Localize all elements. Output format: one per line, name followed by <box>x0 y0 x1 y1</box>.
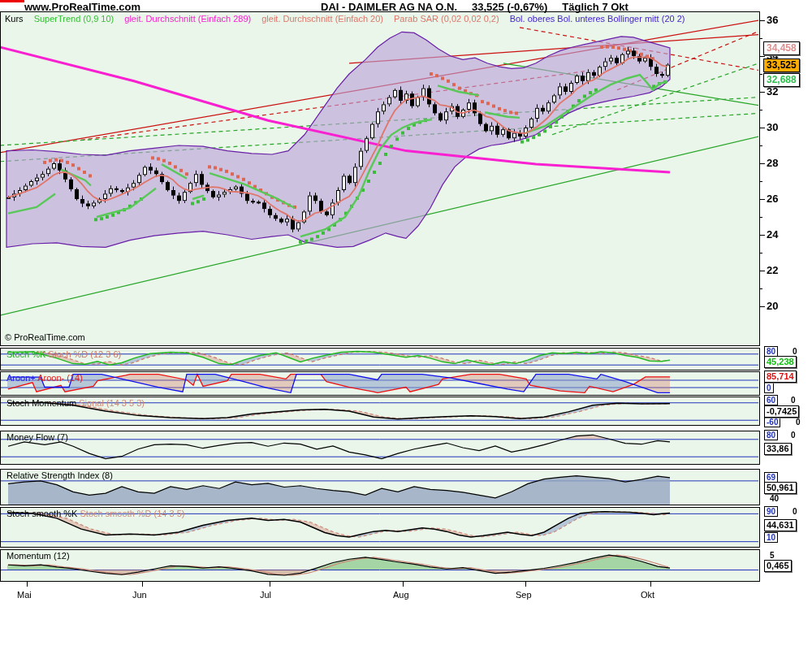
panel-label-stsm[interactable]: Stoch smooth %K Stoch smooth %D (14 3 5) <box>6 509 185 518</box>
smi-plain-label-6: 0 <box>791 396 796 405</box>
stsm-level-label-16: 90 <box>764 506 778 517</box>
mf-plain-label-11: 0 <box>791 431 796 440</box>
month-label-Mai: Mai <box>17 590 32 600</box>
chart-title: DAI - DAIMLER AG NA O.N.33,525 (-0,67%)T… <box>321 1 643 13</box>
price-box-0: 34,458 <box>763 41 800 55</box>
aroon-value-label-3: 85,714 <box>764 370 797 383</box>
price-tick-20: 20 <box>767 300 778 312</box>
panel-label-stsm-part0: Stoch smooth %K <box>6 509 77 518</box>
legend-item-3[interactable]: gleit. Durchschnitt (Einfach 20) <box>261 14 383 24</box>
panel-label-smi-part1: Signal (14 3 5 3) <box>76 398 145 408</box>
price-box-1: 33,525 <box>763 58 800 72</box>
panel-label-mf[interactable]: Money Flow (7) <box>6 432 68 442</box>
price-tick-30: 30 <box>767 121 778 133</box>
panel-label-aroon[interactable]: Aroon+ Aroon- (14) <box>6 373 83 383</box>
legend-item-4[interactable]: Parab SAR (0,02 0,02 0,2) <box>394 14 499 24</box>
smi-plain-label-9: 0 <box>796 418 801 427</box>
mom-value-label-21: 0,465 <box>764 560 792 572</box>
price-tick-28: 28 <box>767 157 778 169</box>
price-tick-32: 32 <box>767 85 778 98</box>
legend-item-2[interactable]: gleit. Durchschnitt (Einfach 289) <box>124 14 251 24</box>
smi-value-label-7: -0,7425 <box>764 405 799 418</box>
site-title: www.ProRealTime.com <box>24 1 140 13</box>
panel-label-rsi-part0: Relative Strength Index (8) <box>6 470 113 480</box>
panel-label-aroon-part1: Aroon- (14) <box>36 373 83 383</box>
panel-label-smi[interactable]: Stoch Momentum Signal (14 3 5 3) <box>6 398 145 408</box>
timeframe-label: Täglich 7 Okt <box>562 1 628 13</box>
month-label-Sep: Sep <box>516 590 532 600</box>
panel-label-stsm-part1: Stoch smooth %D (14 3 5) <box>77 509 184 518</box>
smi-level-label-5: 60 <box>764 395 778 405</box>
last-quote: 33,525 (-0,67%) <box>472 1 547 13</box>
month-label-Jun: Jun <box>132 590 147 600</box>
prorealtime-window: www.ProRealTime.com DAI - DAIMLER AG NA … <box>0 0 812 650</box>
price-tick-36: 36 <box>767 14 778 26</box>
panel-label-aroon-part0: Aroon+ <box>6 373 36 383</box>
panel-label-smi-part0: Stoch Momentum <box>6 398 76 408</box>
price-box-2: 32,688 <box>763 73 800 87</box>
header-red-streak <box>0 0 24 2</box>
legend-item-0[interactable]: Kurs <box>5 14 24 24</box>
panel-label-stoch-part0: Stoch %K <box>6 349 45 359</box>
stsm-value-label-18: 44,631 <box>764 519 797 531</box>
rsi-plain-label-15: 40 <box>770 494 779 503</box>
main-chart-canvas[interactable] <box>0 0 812 650</box>
month-label-Jul: Jul <box>260 590 271 600</box>
aroon-level-label-4: 0 <box>764 383 774 393</box>
mom-plain-label-20: 5 <box>770 551 775 560</box>
stoch-plain-label-1: 0 <box>793 347 797 356</box>
smi-level-label-8: -60 <box>764 417 780 427</box>
price-tick-22: 22 <box>767 264 778 276</box>
stoch-value-label-2: 45,238 <box>764 356 797 368</box>
rsi-value-label-14: 50,961 <box>764 482 797 494</box>
panel-label-mf-part0: Money Flow (7) <box>6 432 68 442</box>
panel-label-mom[interactable]: Momentum (12) <box>6 551 70 561</box>
chart-legend: KursSuperTrend (0,9 10)gleit. Durchschni… <box>5 14 685 24</box>
instrument-name: DAI - DAIMLER AG NA O.N. <box>321 1 457 13</box>
panel-label-stoch[interactable]: Stoch %K Stoch %D (12 3 6) <box>6 349 121 359</box>
month-label-Okt: Okt <box>641 590 654 600</box>
panel-label-mom-part0: Momentum (12) <box>6 551 70 561</box>
mf-level-label-10: 80 <box>764 430 778 440</box>
copyright-label: © ProRealTime.com <box>5 332 85 342</box>
stsm-plain-label-17: 0 <box>793 507 797 516</box>
legend-item-5[interactable]: Bol. oberes Bol. unteres Bollinger mitt … <box>510 14 685 24</box>
month-label-Aug: Aug <box>393 590 409 600</box>
stsm-level-label-19: 10 <box>764 532 778 543</box>
price-tick-26: 26 <box>767 193 778 205</box>
price-tick-24: 24 <box>767 228 778 240</box>
panel-label-stoch-part1: Stoch %D (12 3 6) <box>45 349 121 359</box>
legend-item-1[interactable]: SuperTrend (0,9 10) <box>34 14 114 24</box>
panel-label-rsi[interactable]: Relative Strength Index (8) <box>6 470 113 480</box>
mf-value-label-12: 33,86 <box>764 443 792 455</box>
